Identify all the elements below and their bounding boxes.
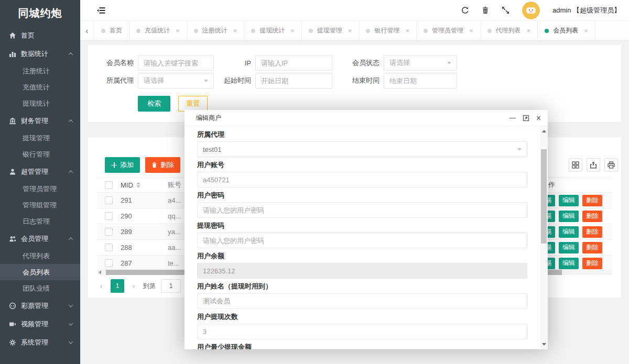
export-icon[interactable]	[587, 158, 600, 172]
trash-icon[interactable]	[482, 6, 489, 14]
scroll-left-arrow-icon[interactable]	[99, 270, 101, 274]
sidebar-item-admin-group-manage[interactable]: 管理组管理	[0, 197, 80, 213]
delete-row-button[interactable]: 删除	[582, 195, 602, 206]
tab-agent-list[interactable]: 代理列表 ×	[481, 21, 538, 40]
member-name-input[interactable]	[138, 55, 214, 71]
sidebar-item-withdraw-manage[interactable]: 提现管理	[0, 130, 80, 146]
sidebar-item-log-manage[interactable]: 日志管理	[0, 213, 80, 229]
sidebar-item-home[interactable]: 首页	[0, 26, 80, 45]
current-user[interactable]: admin 【超级管理员】	[552, 6, 621, 15]
topbar: admin 【超级管理员】	[80, 0, 629, 21]
current-page-button[interactable]: 1	[111, 279, 124, 293]
close-icon[interactable]: ×	[469, 27, 473, 35]
close-icon[interactable]: ×	[233, 27, 237, 35]
tab-recharge-stats[interactable]: 充值统计 ×	[129, 21, 187, 40]
row-actions: 踢 编辑 删除	[541, 195, 612, 206]
sidebar-item-recharge-stats[interactable]: 充值统计	[0, 79, 80, 95]
row-checkbox[interactable]	[105, 259, 113, 267]
collapse-sidebar-icon[interactable]	[97, 7, 105, 14]
tab-register-stats[interactable]: 注册统计 ×	[187, 21, 245, 40]
refresh-icon[interactable]	[461, 6, 469, 14]
close-icon[interactable]: ×	[527, 27, 531, 35]
add-button[interactable]: 添加	[105, 157, 140, 173]
delete-button[interactable]: 删除	[145, 157, 180, 173]
fullscreen-icon[interactable]	[502, 6, 509, 14]
row-checkbox[interactable]	[105, 244, 113, 251]
sidebar-item-withdraw-stats[interactable]: 提现统计	[0, 95, 80, 112]
sidebar-item-register-stats[interactable]: 注册统计	[0, 63, 80, 79]
close-icon[interactable]: ×	[405, 27, 409, 35]
prev-page-button[interactable]: ‹	[97, 282, 105, 290]
table-toolbar: 添加 删除	[105, 157, 180, 173]
search-button[interactable]: 检索	[138, 96, 170, 112]
sidebar-group-lottery[interactable]: 彩票管理	[0, 296, 80, 315]
row-actions: 踢 编辑 删除	[541, 211, 612, 222]
mid-cell: 289	[121, 228, 168, 236]
close-icon[interactable]: ×	[290, 27, 295, 35]
next-page-button[interactable]: ›	[129, 282, 138, 290]
minimize-icon[interactable]	[509, 118, 516, 119]
withdraw-password-input[interactable]	[197, 233, 527, 248]
field-label: 用户提现次数	[197, 313, 527, 321]
withdraw-count-input[interactable]	[197, 324, 527, 339]
edit-button[interactable]: 编辑	[559, 195, 579, 206]
modal-scrollbar[interactable]	[540, 126, 548, 349]
scroll-up-arrow-icon[interactable]	[540, 127, 548, 135]
agent-select[interactable]: test01	[197, 141, 527, 157]
maximize-icon[interactable]	[523, 115, 529, 122]
goto-page-input[interactable]	[161, 279, 181, 293]
close-icon[interactable]: ×	[584, 27, 588, 35]
member-status-select[interactable]: 请选择	[384, 55, 457, 71]
sidebar-item-admin-manage[interactable]: 管理员管理	[0, 181, 80, 197]
scroll-down-arrow-icon[interactable]	[540, 340, 548, 348]
sidebar-item-member-list[interactable]: 会员列表	[0, 264, 80, 280]
start-date-input[interactable]	[255, 73, 332, 89]
tabs-scroll-left-icon[interactable]: ‹	[80, 21, 94, 40]
edit-button[interactable]: 编辑	[559, 211, 579, 222]
select-all-checkbox[interactable]	[105, 181, 113, 189]
user-realname-input[interactable]	[197, 293, 527, 309]
sidebar-group-video[interactable]: 视频管理	[0, 315, 80, 333]
sidebar-group-finance[interactable]: 财务管理	[0, 112, 80, 130]
tab-withdraw-stats[interactable]: 提现统计 ×	[244, 21, 302, 40]
filter-columns-icon[interactable]	[569, 158, 582, 172]
tab-admin-manage[interactable]: 管理员管理 ×	[417, 21, 481, 40]
user-account-input[interactable]	[197, 172, 527, 187]
tab-member-list[interactable]: 会员列表 ×	[538, 21, 595, 40]
sidebar-item-team-performance[interactable]: 团队业绩	[0, 280, 80, 296]
sidebar-group-super-admin[interactable]: 超管管理	[0, 162, 80, 181]
ip-input[interactable]	[255, 55, 332, 71]
sidebar-item-agent-list[interactable]: 代理列表	[0, 248, 80, 264]
delete-row-button[interactable]: 删除	[582, 258, 602, 269]
print-icon[interactable]	[604, 158, 618, 172]
edit-button[interactable]: 编辑	[559, 226, 579, 238]
scrollbar-thumb[interactable]	[541, 149, 547, 244]
sidebar-group-data-stats[interactable]: 数据统计	[0, 45, 80, 63]
row-checkbox[interactable]	[105, 196, 113, 204]
tab-bank-manage[interactable]: 银行管理 ×	[359, 21, 417, 40]
tab-dot	[366, 29, 370, 33]
sidebar-group-system[interactable]: 系统管理	[0, 333, 80, 351]
row-checkbox[interactable]	[105, 228, 113, 236]
tab-home[interactable]: 首页	[94, 21, 129, 40]
tab-withdraw-manage[interactable]: 提现管理 ×	[302, 21, 360, 40]
close-icon[interactable]: ×	[348, 27, 352, 35]
user-password-input[interactable]	[197, 202, 527, 218]
edit-button[interactable]: 编辑	[559, 242, 579, 253]
agent-select[interactable]: 请选择	[138, 73, 214, 89]
close-icon[interactable]: ×	[536, 114, 541, 123]
delete-row-button[interactable]: 删除	[582, 211, 602, 222]
avatar[interactable]	[522, 2, 540, 19]
delete-row-button[interactable]: 删除	[582, 242, 602, 253]
delete-row-button[interactable]: 删除	[582, 226, 602, 238]
mid-cell: 288	[121, 244, 168, 251]
end-date-input[interactable]	[384, 73, 457, 89]
reset-button[interactable]: 重置	[178, 96, 208, 112]
edit-button[interactable]: 编辑	[559, 258, 579, 269]
sidebar-item-bank-manage[interactable]: 银行管理	[0, 146, 80, 162]
row-checkbox[interactable]	[105, 212, 113, 220]
close-icon[interactable]: ×	[176, 27, 180, 35]
sidebar-group-member[interactable]: 会员管理	[0, 229, 80, 248]
tab-label: 提现管理	[317, 26, 342, 35]
sort-icon[interactable]	[136, 182, 140, 187]
